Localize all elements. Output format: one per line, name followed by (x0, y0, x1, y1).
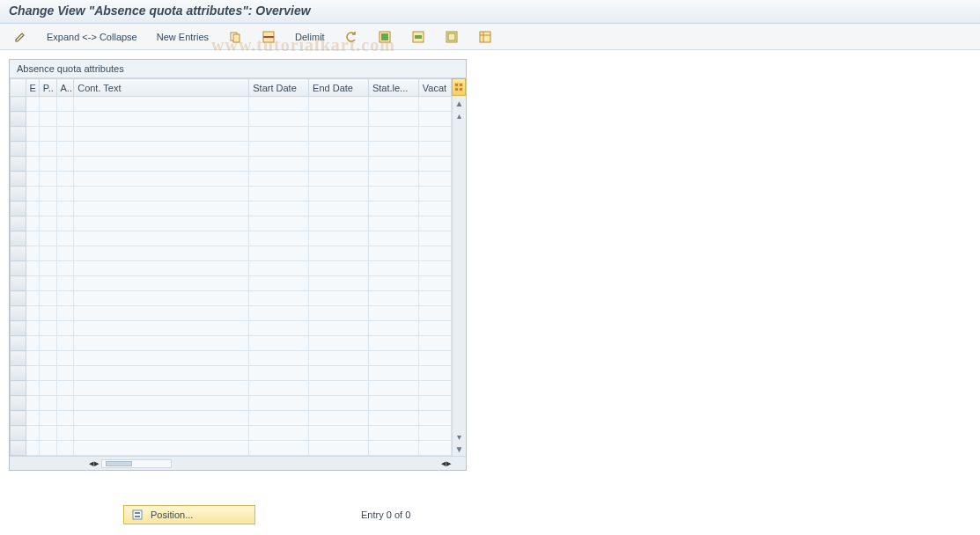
cell[interactable] (39, 187, 56, 202)
cell[interactable] (39, 291, 56, 306)
cell[interactable] (56, 231, 74, 246)
cell[interactable] (418, 231, 451, 246)
cell[interactable] (26, 381, 39, 396)
cell[interactable] (368, 321, 418, 336)
cell[interactable] (56, 216, 74, 231)
cell[interactable] (39, 321, 56, 336)
col-rowselect[interactable] (11, 79, 26, 97)
table-row[interactable] (11, 157, 452, 172)
table-row[interactable] (11, 261, 452, 276)
row-selector[interactable] (11, 321, 26, 336)
scroll-down2-icon[interactable]: ▾ (454, 431, 465, 442)
cell[interactable] (74, 216, 249, 231)
cell[interactable] (39, 411, 56, 426)
cell[interactable] (74, 411, 249, 426)
table-row[interactable] (11, 231, 452, 246)
cell[interactable] (26, 276, 39, 291)
cell[interactable] (39, 216, 56, 231)
cell[interactable] (309, 441, 369, 456)
cell[interactable] (368, 231, 418, 246)
row-selector[interactable] (11, 381, 26, 396)
cell[interactable] (26, 202, 39, 216)
hscroll-thumb[interactable] (106, 461, 132, 466)
cell[interactable] (74, 231, 249, 246)
cell[interactable] (249, 112, 309, 127)
row-selector[interactable] (11, 411, 26, 426)
cell[interactable] (368, 187, 418, 202)
table-row[interactable] (11, 366, 452, 381)
cell[interactable] (368, 291, 418, 306)
table-row[interactable] (11, 276, 452, 291)
table-row[interactable] (11, 441, 452, 456)
cell[interactable] (309, 426, 369, 441)
cell[interactable] (418, 336, 451, 351)
cell[interactable] (26, 366, 39, 381)
table-row[interactable] (11, 246, 452, 261)
cell[interactable] (368, 172, 418, 187)
cell[interactable] (309, 112, 369, 127)
select-all-button[interactable] (372, 27, 398, 47)
cell[interactable] (39, 172, 56, 187)
cell[interactable] (368, 97, 418, 112)
cell[interactable] (39, 157, 56, 172)
cell[interactable] (418, 291, 451, 306)
cell[interactable] (74, 381, 249, 396)
cell[interactable] (56, 261, 74, 276)
cell[interactable] (309, 291, 369, 306)
cell[interactable] (418, 216, 451, 231)
cell[interactable] (368, 157, 418, 172)
undo-button[interactable] (338, 27, 365, 47)
cell[interactable] (26, 441, 39, 456)
table-row[interactable] (11, 291, 452, 306)
expand-collapse-button[interactable]: Expand <-> Collapse (41, 29, 144, 45)
cell[interactable] (74, 441, 249, 456)
cell[interactable] (56, 172, 74, 187)
cell[interactable] (74, 127, 249, 142)
cell[interactable] (309, 142, 369, 157)
row-selector[interactable] (11, 396, 26, 411)
cell[interactable] (39, 381, 56, 396)
table-row[interactable] (11, 306, 452, 321)
cell[interactable] (39, 396, 56, 411)
table-row[interactable] (11, 97, 452, 112)
cell[interactable] (249, 351, 309, 366)
cell[interactable] (26, 396, 39, 411)
cell[interactable] (418, 306, 451, 321)
cell[interactable] (39, 366, 56, 381)
table-row[interactable] (11, 112, 452, 127)
table-row[interactable] (11, 396, 452, 411)
table-row[interactable] (11, 142, 452, 157)
cell[interactable] (56, 291, 74, 306)
cell[interactable] (26, 142, 39, 157)
row-selector[interactable] (11, 142, 26, 157)
cell[interactable] (56, 321, 74, 336)
cell[interactable] (26, 216, 39, 231)
row-selector[interactable] (11, 351, 26, 366)
cell[interactable] (56, 306, 74, 321)
cell[interactable] (309, 231, 369, 246)
cell[interactable] (74, 351, 249, 366)
row-selector[interactable] (11, 172, 26, 187)
cell[interactable] (74, 172, 249, 187)
cell[interactable] (56, 381, 74, 396)
cell[interactable] (309, 351, 369, 366)
cell[interactable] (249, 142, 309, 157)
row-selector[interactable] (11, 276, 26, 291)
cell[interactable] (249, 336, 309, 351)
cell[interactable] (74, 426, 249, 441)
row-selector[interactable] (11, 97, 26, 112)
row-selector[interactable] (11, 306, 26, 321)
cell[interactable] (249, 157, 309, 172)
cell[interactable] (418, 157, 451, 172)
vertical-scrollbar[interactable]: ▲ ▴ ▾ ▼ (452, 96, 466, 456)
table-row[interactable] (11, 202, 452, 216)
table-row[interactable] (11, 411, 452, 426)
cell[interactable] (368, 216, 418, 231)
toggle-change-button[interactable] (7, 27, 33, 47)
cell[interactable] (368, 246, 418, 261)
cell[interactable] (249, 396, 309, 411)
cell[interactable] (368, 366, 418, 381)
cell[interactable] (418, 426, 451, 441)
cell[interactable] (26, 306, 39, 321)
table-row[interactable] (11, 381, 452, 396)
